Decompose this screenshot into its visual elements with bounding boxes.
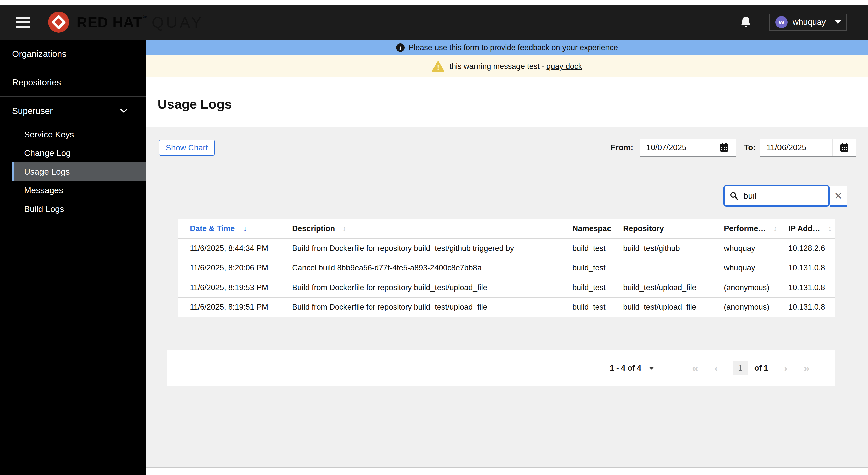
cell-description: Cancel build 8bb9ea56-d77f-4fe5-a893-240… xyxy=(280,258,560,278)
cell-ip-address: 10.128.2.6 xyxy=(776,238,835,258)
sidebar-divider xyxy=(0,220,146,221)
show-chart-button[interactable]: Show Chart xyxy=(159,140,215,156)
to-calendar-button[interactable] xyxy=(832,139,856,156)
caret-down-icon xyxy=(649,366,654,369)
cell-performed-by: (anonymous) xyxy=(712,278,776,297)
red-hat-quay-logo: RED HAT ® QUAY xyxy=(48,11,204,33)
brand-red-hat: RED HAT xyxy=(77,14,142,31)
sidebar-item-build-logs[interactable]: Build Logs xyxy=(0,200,146,218)
previous-page-button[interactable]: ‹ xyxy=(706,362,726,374)
column-header-performed-by[interactable]: Performe…↕ xyxy=(712,219,776,238)
column-header-date-time[interactable]: Date & Time↓ xyxy=(178,219,280,238)
page-title: Usage Logs xyxy=(158,97,232,112)
page-header: Usage Logs xyxy=(146,78,868,127)
cell-description: Build from Dockerfile for repository bui… xyxy=(280,297,560,317)
sidebar-item-repositories[interactable]: Repositories xyxy=(0,68,146,97)
page-count-label: of 1 xyxy=(754,363,768,373)
quay-app: RED HAT ® QUAY w whuquay Organizations R… xyxy=(0,0,868,475)
cell-repository: build_test/upload_file xyxy=(611,278,712,297)
cell-namespace: build_test xyxy=(560,278,611,297)
cell-performed-by: (anonymous) xyxy=(712,297,776,317)
cell-repository xyxy=(611,258,712,278)
from-calendar-button[interactable] xyxy=(712,139,736,156)
to-date-input[interactable] xyxy=(760,139,832,156)
cell-ip-address: 10.131.0.8 xyxy=(776,258,835,278)
sidebar-item-change-log[interactable]: Change Log xyxy=(0,144,146,162)
cell-namespace: build_test xyxy=(560,297,611,317)
warning-banner-text: this warning message test - quay dock xyxy=(450,62,582,71)
header-right-controls: w whuquay xyxy=(740,13,847,31)
registered-mark: ® xyxy=(143,14,147,20)
sidebar-item-superuser[interactable]: Superuser xyxy=(0,97,146,125)
column-header-ip-address[interactable]: IP Add…↕ xyxy=(776,219,835,238)
sidebar-item-messages[interactable]: Messages xyxy=(0,181,146,200)
sort-icon[interactable]: ↕ xyxy=(773,225,776,233)
calendar-icon xyxy=(719,142,729,152)
hamburger-menu-icon[interactable] xyxy=(16,17,30,28)
cell-ip-address: 10.131.0.8 xyxy=(776,278,835,297)
table-header-row: Date & Time↓ Description↕ Namespace Repo… xyxy=(178,219,835,238)
table-row: 11/6/2025, 8:44:34 PM Build from Dockerf… xyxy=(178,238,835,258)
first-page-button[interactable]: « xyxy=(684,362,706,374)
cell-datetime: 11/6/2025, 8:19:53 PM xyxy=(178,278,280,297)
to-date-group xyxy=(760,139,856,157)
cell-datetime: 11/6/2025, 8:44:34 PM xyxy=(178,238,280,258)
calendar-icon xyxy=(840,142,849,152)
column-header-repository[interactable]: Repository xyxy=(611,219,712,238)
svg-text:!: ! xyxy=(437,64,439,71)
sidebar-item-service-keys[interactable]: Service Keys xyxy=(0,125,146,144)
usage-logs-content: Show Chart From: To: xyxy=(146,127,868,469)
search-icon xyxy=(730,191,739,201)
last-page-button[interactable]: » xyxy=(796,362,818,374)
user-avatar: w xyxy=(775,16,787,28)
sidebar-item-usage-logs[interactable]: Usage Logs xyxy=(12,162,146,181)
to-label: To: xyxy=(744,143,755,152)
table-row: 11/6/2025, 8:20:06 PM Cancel build 8bb9e… xyxy=(178,258,835,278)
user-menu-button[interactable]: w whuquay xyxy=(769,13,847,31)
cell-repository: build_test/github xyxy=(611,238,712,258)
sort-descending-icon[interactable]: ↓ xyxy=(243,224,247,233)
pagination-controls: « ‹ 1 of 1 › » xyxy=(684,361,818,375)
sort-icon[interactable]: ↕ xyxy=(828,225,832,233)
warning-triangle-icon: ! xyxy=(432,61,444,72)
search-area: ✕ xyxy=(723,185,847,207)
cell-repository: build_test/upload_file xyxy=(611,297,712,317)
current-page-input[interactable]: 1 xyxy=(733,361,748,375)
search-box xyxy=(723,185,830,207)
quay-logo-icon xyxy=(48,11,69,33)
feedback-form-link[interactable]: this form xyxy=(450,43,479,52)
username-label: whuquay xyxy=(793,17,826,27)
column-header-description[interactable]: Description↕ xyxy=(280,219,560,238)
usage-logs-table: Date & Time↓ Description↕ Namespace Repo… xyxy=(178,219,835,317)
warning-banner: ! this warning message test - quay dock xyxy=(146,55,868,78)
cell-datetime: 11/6/2025, 8:19:51 PM xyxy=(178,297,280,317)
chevron-down-icon xyxy=(120,109,128,113)
from-date-group xyxy=(640,139,736,157)
from-label: From: xyxy=(611,143,633,152)
quay-dock-link[interactable]: quay dock xyxy=(547,62,582,71)
brand-quay: QUAY xyxy=(152,13,204,31)
chevron-down-icon xyxy=(835,20,841,24)
column-header-namespace[interactable]: Namespace xyxy=(560,219,611,238)
top-header-bar: RED HAT ® QUAY w whuquay xyxy=(0,4,868,40)
cell-description: Build from Dockerfile for repository bui… xyxy=(280,238,560,258)
search-input[interactable] xyxy=(743,191,819,201)
cell-datetime: 11/6/2025, 8:20:06 PM xyxy=(178,258,280,278)
cell-namespace: build_test xyxy=(560,238,611,258)
sort-icon[interactable]: ↕ xyxy=(343,225,346,233)
cell-performed-by: whuquay xyxy=(712,238,776,258)
next-page-button[interactable]: › xyxy=(776,362,796,374)
table-row: 11/6/2025, 8:19:53 PM Build from Dockerf… xyxy=(178,278,835,297)
notification-bell-icon[interactable] xyxy=(740,16,751,28)
per-page-dropdown[interactable]: 1 - 4 of 4 xyxy=(610,363,654,373)
sidebar-nav: Organizations Repositories Superuser Ser… xyxy=(0,40,146,475)
info-circle-icon: i xyxy=(396,43,405,52)
main-area: i Please use this form to provide feedba… xyxy=(146,40,868,475)
table-row: 11/6/2025, 8:19:51 PM Build from Dockerf… xyxy=(178,297,835,317)
info-banner-text: Please use this form to provide feedback… xyxy=(409,43,618,52)
clear-search-button[interactable]: ✕ xyxy=(830,186,847,207)
sidebar-item-organizations[interactable]: Organizations xyxy=(0,40,146,68)
from-date-input[interactable] xyxy=(640,139,712,156)
close-icon: ✕ xyxy=(834,190,842,202)
pagination-range-label: 1 - 4 of 4 xyxy=(610,363,642,373)
